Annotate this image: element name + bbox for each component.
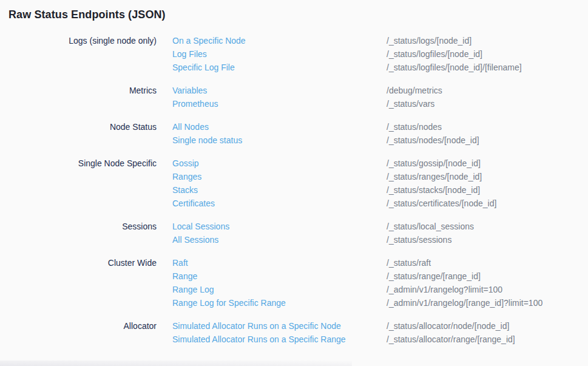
endpoint-path: /_status/vars — [387, 97, 434, 110]
endpoint-path: /_admin/v1/rangelog?limit=100 — [387, 283, 502, 296]
endpoint-row: All Sessions /_status/sessions — [172, 233, 474, 246]
endpoint-section: Cluster Wide Raft /_status/raft Range /_… — [0, 256, 588, 310]
section-entries: Gossip /_status/gossip/[node_id] Ranges … — [172, 157, 496, 210]
section-entries: Local Sessions /_status/local_sessions A… — [172, 220, 474, 246]
endpoint-path: /_status/range/[range_id] — [387, 269, 481, 283]
category-label: Single Node Specific — [0, 157, 157, 210]
endpoint-path: /_status/stacks/[node_id] — [387, 183, 480, 197]
endpoint-path: /_status/certificates/[node_id] — [387, 197, 496, 210]
endpoint-row: Ranges /_status/ranges/[node_id] — [172, 170, 496, 183]
endpoint-row: Variables /debug/metrics — [172, 84, 442, 97]
bottom-shade-decoration — [0, 361, 352, 366]
endpoint-link[interactable]: Range — [172, 269, 387, 283]
category-label: Logs (single node only) — [0, 34, 157, 74]
endpoint-path: /_admin/v1/rangelog/[range_id]?limit=100 — [387, 296, 542, 310]
section-entries: Raft /_status/raft Range /_status/range/… — [172, 256, 542, 310]
endpoint-row: Single node status /_status/nodes/[node_… — [172, 134, 479, 147]
endpoint-section: Node Status All Nodes /_status/nodes Sin… — [0, 120, 588, 147]
endpoint-row: Gossip /_status/gossip/[node_id] — [172, 157, 496, 170]
category-label: Cluster Wide — [0, 256, 157, 310]
section-entries: On a Specific Node /_status/logs/[node_i… — [172, 34, 522, 74]
endpoint-row: Certificates /_status/certificates/[node… — [172, 197, 496, 210]
endpoint-link[interactable]: Variables — [172, 84, 387, 97]
endpoint-sections: Logs (single node only) On a Specific No… — [0, 34, 588, 346]
endpoint-link[interactable]: All Sessions — [172, 233, 387, 246]
endpoint-link[interactable]: Ranges — [172, 170, 387, 183]
endpoint-row: On a Specific Node /_status/logs/[node_i… — [172, 34, 522, 47]
category-label: Allocator — [0, 319, 157, 346]
endpoint-row: Raft /_status/raft — [172, 256, 542, 269]
endpoint-link[interactable]: Local Sessions — [172, 220, 387, 233]
endpoint-path: /_status/raft — [387, 256, 431, 269]
endpoint-section: Metrics Variables /debug/metrics Prometh… — [0, 84, 588, 110]
endpoint-row: Range Log /_admin/v1/rangelog?limit=100 — [172, 283, 542, 296]
endpoint-link[interactable]: Single node status — [172, 134, 387, 147]
endpoint-link[interactable]: On a Specific Node — [172, 34, 387, 47]
endpoint-row: Prometheus /_status/vars — [172, 97, 442, 110]
endpoint-link[interactable]: Log Files — [172, 47, 387, 61]
endpoint-row: Stacks /_status/stacks/[node_id] — [172, 183, 496, 197]
endpoint-section: Logs (single node only) On a Specific No… — [0, 34, 588, 74]
endpoint-row: Log Files /_status/logfiles/[node_id] — [172, 47, 522, 61]
endpoint-link[interactable]: Raft — [172, 256, 387, 269]
endpoint-path: /_status/sessions — [387, 233, 451, 246]
category-label: Metrics — [0, 84, 157, 110]
endpoint-link[interactable]: Certificates — [172, 197, 387, 210]
endpoint-link[interactable]: Stacks — [172, 183, 387, 197]
endpoint-link[interactable]: Simulated Allocator Runs on a Specific N… — [172, 319, 387, 333]
endpoint-row: Local Sessions /_status/local_sessions — [172, 220, 474, 233]
endpoint-link[interactable]: Range Log for Specific Range — [172, 296, 387, 310]
section-entries: Simulated Allocator Runs on a Specific N… — [172, 319, 515, 346]
section-entries: All Nodes /_status/nodes Single node sta… — [172, 120, 479, 147]
endpoint-section: Single Node Specific Gossip /_status/gos… — [0, 157, 588, 210]
page-title: Raw Status Endpoints (JSON) — [0, 0, 588, 22]
section-entries: Variables /debug/metrics Prometheus /_st… — [172, 84, 442, 110]
endpoint-link[interactable]: All Nodes — [172, 120, 387, 134]
endpoint-row: Specific Log File /_status/logfiles/[nod… — [172, 61, 522, 74]
endpoint-path: /_status/gossip/[node_id] — [387, 157, 481, 170]
endpoint-path: /_status/ranges/[node_id] — [387, 170, 482, 183]
endpoint-section: Allocator Simulated Allocator Runs on a … — [0, 319, 588, 346]
endpoint-link[interactable]: Simulated Allocator Runs on a Specific R… — [172, 333, 387, 346]
endpoint-link[interactable]: Specific Log File — [172, 61, 387, 74]
endpoint-link[interactable]: Range Log — [172, 283, 387, 296]
raw-status-endpoints-page: Raw Status Endpoints (JSON) Logs (single… — [0, 0, 588, 366]
endpoint-row: All Nodes /_status/nodes — [172, 120, 479, 134]
endpoint-link[interactable]: Prometheus — [172, 97, 387, 110]
endpoint-row: Range Log for Specific Range /_admin/v1/… — [172, 296, 542, 310]
endpoint-path: /_status/nodes/[node_id] — [387, 134, 479, 147]
endpoint-row: Simulated Allocator Runs on a Specific R… — [172, 333, 515, 346]
endpoint-path: /_status/logfiles/[node_id] — [387, 47, 482, 61]
endpoint-path: /debug/metrics — [387, 84, 442, 97]
endpoint-path: /_status/logs/[node_id] — [387, 34, 471, 47]
endpoint-path: /_status/allocator/node/[node_id] — [387, 319, 509, 333]
endpoint-path: /_status/nodes — [387, 120, 442, 134]
category-label: Sessions — [0, 220, 157, 246]
endpoint-row: Simulated Allocator Runs on a Specific N… — [172, 319, 515, 333]
endpoint-path: /_status/local_sessions — [387, 220, 474, 233]
endpoint-path: /_status/logfiles/[node_id]/[filename] — [387, 61, 522, 74]
endpoint-path: /_status/allocator/range/[range_id] — [387, 333, 515, 346]
category-label: Node Status — [0, 120, 157, 147]
endpoint-row: Range /_status/range/[range_id] — [172, 269, 542, 283]
endpoint-section: Sessions Local Sessions /_status/local_s… — [0, 220, 588, 246]
endpoint-link[interactable]: Gossip — [172, 157, 387, 170]
